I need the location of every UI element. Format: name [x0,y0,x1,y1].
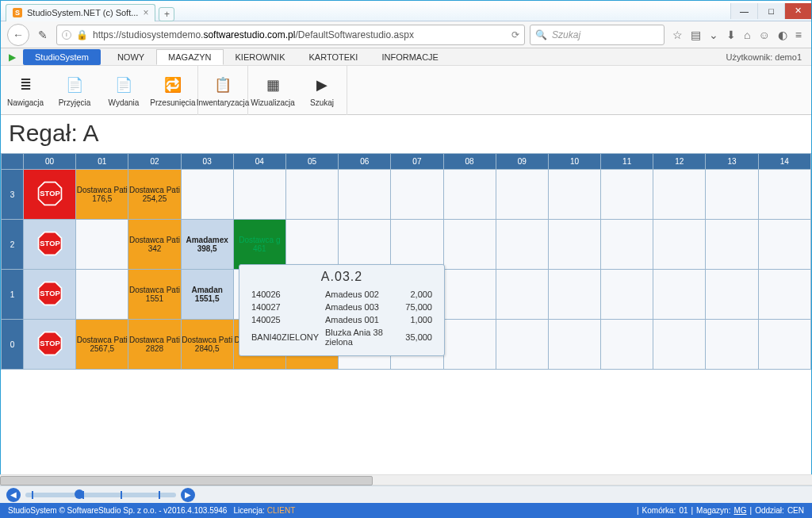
site-info-icon[interactable]: i [62,30,71,40]
rack-cell[interactable]: Amadamex398,5 [181,220,233,270]
list-icon: ≣ [14,74,36,96]
rack-cell[interactable] [443,220,496,270]
ribbon-item-label: Nawigacja [7,98,44,107]
bookmark-icon[interactable]: ☆ [672,29,683,41]
rack-cell[interactable]: STOP [24,170,76,220]
downloads-icon[interactable]: ⬇ [726,29,736,41]
rack-cell[interactable] [443,270,496,320]
menu-tab-nowy[interactable]: NOWY [105,49,156,65]
rack-cell[interactable] [758,320,810,370]
rack-cell[interactable] [706,270,758,320]
menu-tab-kierownik[interactable]: KIEROWNIK [224,49,297,65]
search-box[interactable]: 🔍 Szukaj [530,25,665,45]
rack-cell[interactable] [548,170,600,220]
rack-cell[interactable] [285,220,338,270]
home-icon[interactable]: ⌂ [744,29,750,41]
cell-value: 2828 [128,344,180,353]
horizontal-scrollbar[interactable] [0,474,812,485]
ribbon-przyjęcia[interactable]: 📄Przyjęcia [50,74,99,107]
rack-cell[interactable]: Amadan1551,5 [181,270,233,320]
slider-track[interactable] [25,493,176,497]
col-header: 08 [443,154,496,170]
ribbon-wizualizacja[interactable]: ▦Wizualizacja [248,74,297,107]
rack-cell[interactable] [601,320,653,370]
rack-cell[interactable] [548,320,600,370]
rack-cell[interactable] [443,170,496,220]
rack-cell[interactable]: Dostawca Pati342 [128,220,181,270]
back-button[interactable]: ← [7,24,29,46]
address-bar[interactable]: i 🔒 https://studiosystemdemo.softwarestu… [56,25,525,45]
window-minimize-button[interactable]: — [730,3,757,19]
rack-cell[interactable]: Dostawca g461 [233,220,285,270]
library-icon[interactable]: ▤ [691,29,701,41]
rack-cell[interactable] [496,320,548,370]
rack-cell[interactable] [76,270,128,320]
rack-cell[interactable] [391,220,443,270]
rack-cell[interactable] [601,220,653,270]
ribbon-nawigacja[interactable]: ≣Nawigacja [1,74,50,107]
menu-brand[interactable]: StudioSystem [23,49,101,65]
rack-cell[interactable] [496,270,548,320]
rack-cell[interactable]: STOP [24,220,76,270]
rack-cell[interactable]: STOP [24,320,76,370]
rack-cell[interactable] [653,320,706,370]
col-header: 01 [76,154,128,170]
new-tab-button[interactable]: + [159,7,174,21]
ribbon-inwentaryzacja[interactable]: 📋Inwentaryzacja [198,74,247,107]
ribbon-wydania[interactable]: 📄Wydania [99,74,148,107]
browser-tab-active[interactable]: S StudioSystem.NET (c) Soft... × [6,4,155,21]
rack-cell[interactable]: Dostawca Pati2567,5 [76,320,128,370]
rack-cell[interactable] [496,220,548,270]
identity-icon[interactable]: ✎ [34,26,52,44]
rack-cell[interactable] [601,270,653,320]
pocket-icon[interactable]: ⌄ [709,29,718,41]
rack-cell[interactable] [601,170,653,220]
col-header: 10 [548,154,600,170]
window-close-button[interactable]: ✕ [784,3,811,19]
rack-cell[interactable]: Dostawca Pati254,25 [128,170,181,220]
menu-icon[interactable]: ≡ [795,29,802,41]
rack-cell[interactable] [706,220,758,270]
rack-cell[interactable] [339,220,391,270]
menu-tab-informacje[interactable]: INFORMACJE [370,49,450,65]
rack-cell[interactable] [706,320,758,370]
rack-cell[interactable] [758,220,810,270]
rack-cell[interactable] [653,270,706,320]
reload-icon[interactable]: ⟳ [511,29,519,40]
rack-cell[interactable] [653,220,706,270]
cell-name: Amadan [182,286,233,294]
rack-cell[interactable] [548,220,600,270]
rack-cell[interactable] [758,170,810,220]
face-icon[interactable]: ☺ [759,29,770,41]
rack-cell[interactable]: Dostawca Pati1551 [128,270,181,320]
slider-right-button[interactable]: ▶ [181,488,195,502]
rack-cell[interactable]: Dostawca Pati2828 [128,320,181,370]
menu-tab-kartoteki[interactable]: KARTOTEKI [297,49,370,65]
rack-cell[interactable] [496,170,548,220]
rack-cell[interactable]: STOP [24,270,76,320]
slider-thumb[interactable] [75,489,84,499]
window-maximize-button[interactable]: □ [757,3,784,19]
rack-cell[interactable] [391,170,443,220]
rack-cell[interactable] [443,320,496,370]
tab-close-icon[interactable]: × [143,7,148,18]
rack-cell[interactable] [181,170,233,220]
rack-cell[interactable] [285,170,338,220]
col-header: 06 [339,154,391,170]
sync-icon[interactable]: ◐ [778,29,787,41]
slider-left-button[interactable]: ◀ [6,488,21,502]
rack-cell[interactable] [706,170,758,220]
rack-cell[interactable]: Dostawca Pati2840,5 [181,320,233,370]
rack-cell[interactable]: Dostawca Pati176,5 [76,170,128,220]
rack-cell[interactable] [653,170,706,220]
rack-cell[interactable] [758,270,810,320]
rack-cell[interactable] [548,270,600,320]
rack-cell[interactable] [233,170,285,220]
ribbon-szukaj[interactable]: ▶Szukaj [297,74,347,107]
menu-tab-magazyn[interactable]: MAGAZYN [156,49,223,65]
ribbon-przesunięcia[interactable]: 🔁Przesunięcia [148,74,197,107]
run-button[interactable]: ▶ [1,48,23,66]
doc-out-icon: 📄 [113,74,135,96]
rack-cell[interactable] [339,170,391,220]
rack-cell[interactable] [76,220,128,270]
